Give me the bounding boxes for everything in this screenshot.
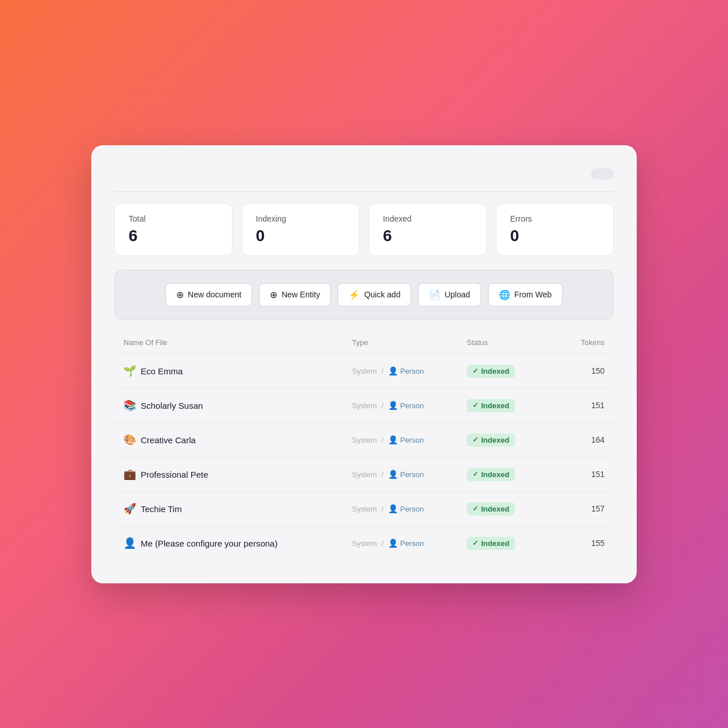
page-header bbox=[114, 168, 614, 180]
file-name-text: Eco Emma bbox=[141, 366, 183, 376]
col-type: Type bbox=[352, 338, 467, 347]
stat-label: Indexing bbox=[256, 214, 346, 223]
file-emoji: 🚀 bbox=[123, 502, 136, 515]
from-web-label: From Web bbox=[514, 290, 552, 299]
type-cell: System / 👤 Person bbox=[352, 435, 467, 444]
api-button[interactable] bbox=[591, 168, 614, 180]
header-divider bbox=[114, 191, 614, 192]
type-sep: / bbox=[381, 470, 384, 479]
stats-row: Total 6 Indexing 0 Indexed 6 Errors 0 bbox=[114, 203, 614, 256]
check-icon: ✓ bbox=[473, 401, 478, 409]
status-badge: ✓ Indexed bbox=[467, 433, 515, 447]
stat-value: 6 bbox=[383, 227, 473, 245]
stat-card-indexed: Indexed 6 bbox=[369, 203, 487, 256]
table-row[interactable]: 📚 Scholarly Susan System / 👤 Person ✓ In… bbox=[114, 388, 614, 423]
type-label: Person bbox=[400, 401, 424, 410]
status-badge: ✓ Indexed bbox=[467, 502, 515, 516]
type-label: Person bbox=[400, 470, 424, 479]
upload-button[interactable]: 📄Upload bbox=[418, 283, 481, 307]
table-row[interactable]: 🌱 Eco Emma System / 👤 Person ✓ Indexed 1… bbox=[114, 354, 614, 388]
check-icon: ✓ bbox=[473, 539, 478, 547]
person-icon: 👤 bbox=[388, 366, 398, 375]
status-text: Indexed bbox=[481, 505, 509, 513]
quick-add-button[interactable]: ⚡Quick add bbox=[338, 283, 411, 307]
file-name-text: Me (Please configure your persona) bbox=[141, 539, 277, 548]
title-group bbox=[114, 168, 120, 171]
file-emoji: 🎨 bbox=[123, 433, 136, 446]
status-cell: ✓ Indexed bbox=[467, 502, 559, 516]
stat-value: 0 bbox=[510, 227, 600, 245]
status-cell: ✓ Indexed bbox=[467, 399, 559, 412]
type-label: Person bbox=[400, 505, 424, 513]
stat-card-errors: Errors 0 bbox=[496, 203, 614, 256]
check-icon: ✓ bbox=[473, 436, 478, 444]
status-text: Indexed bbox=[481, 470, 509, 479]
table-row[interactable]: 🚀 Techie Tim System / 👤 Person ✓ Indexed… bbox=[114, 491, 614, 526]
type-cell: System / 👤 Person bbox=[352, 504, 467, 513]
type-label: Person bbox=[400, 367, 424, 375]
file-name: 🌱 Eco Emma bbox=[123, 365, 352, 377]
status-text: Indexed bbox=[481, 539, 509, 548]
tokens-cell: 151 bbox=[559, 401, 605, 410]
type-prefix: System bbox=[352, 367, 377, 375]
col-tokens: Tokens bbox=[559, 338, 605, 347]
main-card: Total 6 Indexing 0 Indexed 6 Errors 0 ⊕N… bbox=[91, 145, 637, 583]
file-emoji: 📚 bbox=[123, 399, 136, 412]
check-icon: ✓ bbox=[473, 367, 478, 375]
person-icon: 👤 bbox=[388, 539, 398, 548]
from-web-icon: 🌐 bbox=[499, 289, 510, 300]
type-sep: / bbox=[381, 367, 384, 375]
tokens-cell: 164 bbox=[559, 435, 605, 444]
type-prefix: System bbox=[352, 539, 377, 548]
type-sep: / bbox=[381, 436, 384, 444]
stat-value: 6 bbox=[129, 227, 218, 245]
file-name-text: Techie Tim bbox=[141, 504, 182, 514]
new-entity-icon: ⊕ bbox=[270, 289, 277, 300]
status-cell: ✓ Indexed bbox=[467, 468, 559, 481]
table-row[interactable]: 👤 Me (Please configure your persona) Sys… bbox=[114, 526, 614, 560]
table-row[interactable]: 💼 Professional Pete System / 👤 Person ✓ … bbox=[114, 457, 614, 491]
type-sep: / bbox=[381, 401, 384, 410]
table-row[interactable]: 🎨 Creative Carla System / 👤 Person ✓ Ind… bbox=[114, 423, 614, 457]
new-entity-button[interactable]: ⊕New Entity bbox=[259, 283, 331, 307]
file-emoji: 👤 bbox=[123, 537, 136, 549]
stat-label: Total bbox=[129, 214, 218, 223]
tokens-cell: 157 bbox=[559, 504, 605, 513]
status-text: Indexed bbox=[481, 436, 509, 444]
file-name-text: Professional Pete bbox=[141, 470, 208, 479]
stat-card-indexing: Indexing 0 bbox=[242, 203, 360, 256]
type-label: Person bbox=[400, 436, 424, 444]
status-cell: ✓ Indexed bbox=[467, 433, 559, 447]
type-cell: System / 👤 Person bbox=[352, 401, 467, 410]
new-entity-label: New Entity bbox=[281, 290, 320, 299]
status-badge: ✓ Indexed bbox=[467, 399, 515, 412]
type-prefix: System bbox=[352, 505, 377, 513]
new-document-button[interactable]: ⊕New document bbox=[165, 283, 252, 307]
check-icon: ✓ bbox=[473, 470, 478, 478]
file-emoji: 🌱 bbox=[123, 365, 136, 377]
quick-add-label: Quick add bbox=[364, 290, 400, 299]
upload-icon: 📄 bbox=[429, 289, 440, 300]
file-emoji: 💼 bbox=[123, 468, 136, 481]
new-document-icon: ⊕ bbox=[176, 289, 184, 300]
type-sep: / bbox=[381, 539, 384, 548]
person-icon: 👤 bbox=[388, 435, 398, 444]
from-web-button[interactable]: 🌐From Web bbox=[488, 283, 563, 307]
type-cell: System / 👤 Person bbox=[352, 539, 467, 548]
file-name: 🚀 Techie Tim bbox=[123, 502, 352, 515]
type-label: Person bbox=[400, 539, 424, 548]
col-status: Status bbox=[467, 338, 559, 347]
upload-label: Upload bbox=[444, 290, 470, 299]
tokens-cell: 150 bbox=[559, 366, 605, 375]
file-name: 👤 Me (Please configure your persona) bbox=[123, 537, 352, 549]
status-cell: ✓ Indexed bbox=[467, 365, 559, 378]
stat-value: 0 bbox=[256, 227, 346, 245]
status-badge: ✓ Indexed bbox=[467, 468, 515, 481]
quick-add-icon: ⚡ bbox=[348, 289, 360, 300]
stat-label: Indexed bbox=[383, 214, 473, 223]
person-icon: 👤 bbox=[388, 504, 398, 513]
col-name: Name Of File bbox=[123, 338, 352, 347]
stat-label: Errors bbox=[510, 214, 600, 223]
status-text: Indexed bbox=[481, 367, 509, 375]
person-icon: 👤 bbox=[388, 401, 398, 410]
